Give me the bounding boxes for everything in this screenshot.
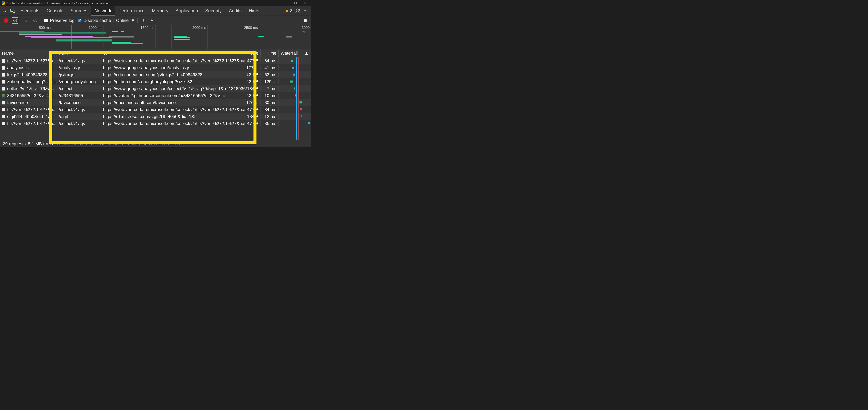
table-row[interactable]: collect?v=1&_v=j79&a.../collecthttps://w…: [0, 85, 311, 92]
table-row[interactable]: 34316555?s=32&v=4/u/34316555https://avat…: [0, 92, 311, 99]
main-tab-bar: ElementsConsoleSourcesNetworkPerformance…: [0, 6, 311, 16]
window-title: DevTools - docs.microsoft.com/en-us/micr…: [6, 1, 110, 5]
throttling-value: Online: [116, 18, 129, 23]
document-file-icon: [2, 101, 5, 105]
tab-hints[interactable]: Hints: [245, 6, 262, 16]
cell-url: https://c1.microsoft.com/c.gif?DI=4050&d…: [101, 114, 247, 119]
tab-network[interactable]: Network: [91, 6, 115, 16]
minimize-button[interactable]: [282, 0, 291, 6]
document-file-icon: [2, 108, 5, 111]
cell-waterfall: [279, 85, 311, 92]
tab-audits[interactable]: Audits: [225, 6, 245, 16]
document-file-icon: [2, 80, 5, 84]
status-finish: Finish: 2.50 s: [71, 141, 98, 146]
tab-elements[interactable]: Elements: [17, 6, 43, 16]
cell-path: /c.gif: [57, 114, 101, 119]
status-bar: 29 requests 5.1 MB trans 6.2 MB Finish: …: [0, 140, 311, 147]
timeline-tick-line: [103, 25, 104, 49]
table-row[interactable]: t.js?ver=%272.1%27&n.../collect/v1/t.jsh…: [0, 106, 311, 113]
device-toolbar-icon[interactable]: [9, 6, 17, 16]
document-file-icon: [2, 73, 5, 77]
throttling-select[interactable]: Online ▼: [116, 18, 135, 23]
warnings-badge[interactable]: 3: [285, 8, 292, 13]
document-file-icon: [2, 59, 5, 63]
cell-path: /js/lux.js: [57, 72, 101, 77]
network-toolbar: Preserve log Disable cache Online ▼: [0, 16, 311, 25]
close-button[interactable]: [300, 0, 309, 6]
tab-application[interactable]: Application: [172, 6, 202, 16]
tab-memory[interactable]: Memory: [148, 6, 172, 16]
record-button[interactable]: [2, 17, 9, 24]
waterfall-bar: [291, 60, 293, 62]
table-row[interactable]: t.js?ver=%272.1%27&n.../collect/v1/t.jsh…: [0, 57, 311, 64]
table-row[interactable]: lux.js?id=409849828/js/lux.jshttps://cdn…: [0, 71, 311, 78]
preserve-log-checkbox[interactable]: Preserve log: [43, 18, 75, 23]
document-file-icon: [2, 66, 5, 69]
table-row[interactable]: zoherghadyali.png?size=.../zoherghadyali…: [0, 78, 311, 85]
tab-performance[interactable]: Performance: [115, 6, 148, 16]
cell-url: https://web.vortex.data.microsoft.com/co…: [101, 58, 247, 63]
search-icon[interactable]: [32, 17, 38, 24]
col-header-time[interactable]: Time: [261, 50, 279, 57]
table-row[interactable]: analytics.js/analytics.jshttps://www.goo…: [0, 64, 311, 71]
image-file-icon: [2, 94, 5, 97]
cell-time: 41 ms: [261, 65, 279, 70]
tab-security[interactable]: Security: [202, 6, 225, 16]
waterfall-bar: [292, 66, 294, 68]
table-row[interactable]: c.gif?DI=4050&did=1&t=/c.gifhttps://c1.m…: [0, 113, 311, 120]
cell-path: /collect/v1/t.js: [57, 58, 101, 63]
cell-size: 176 ...: [247, 100, 261, 105]
cell-size: 2.3 KB: [247, 93, 261, 98]
table-row[interactable]: t.js?ver=%272.1%27&n.../collect/v1/t.jsh…: [0, 120, 311, 127]
svg-point-11: [34, 19, 36, 21]
cell-name: t.js?ver=%272.1%27&n...: [0, 121, 57, 126]
timeline-tick-label: 1000 ms: [89, 26, 103, 30]
title-bar: DevTools - docs.microsoft.com/en-us/micr…: [0, 0, 311, 6]
cell-path: /collect: [57, 86, 101, 91]
preserve-log-label: Preserve log: [50, 18, 75, 23]
status-load: Load: 1.60 s: [159, 141, 183, 146]
svg-rect-5: [287, 11, 287, 12]
timeline-overview[interactable]: 500 ms1000 ms1500 ms2000 ms2500 ms3000 m…: [0, 25, 311, 49]
request-table: Name Path Url Size Time Waterfall▲ t.js?…: [0, 49, 311, 140]
more-icon[interactable]: [303, 8, 308, 13]
document-file-icon: [2, 87, 5, 90]
download-har-icon[interactable]: [149, 17, 155, 24]
cell-name: collect?v=1&_v=j79&a...: [0, 86, 57, 91]
col-header-waterfall[interactable]: Waterfall▲: [279, 50, 311, 57]
cell-size: 2.3 KB: [247, 79, 261, 84]
cell-name: favicon.ico: [0, 100, 57, 105]
col-header-name[interactable]: Name: [0, 50, 57, 57]
tab-console[interactable]: Console: [43, 6, 67, 16]
cell-waterfall: [279, 64, 311, 71]
maximize-button[interactable]: [291, 0, 300, 6]
cell-name: 34316555?s=32&v=4: [0, 93, 57, 98]
profile-icon[interactable]: [295, 8, 301, 13]
cell-time: 34 ms: [261, 107, 279, 112]
tab-sources[interactable]: Sources: [67, 6, 91, 16]
waterfall-bar: [290, 81, 293, 83]
col-header-path[interactable]: Path: [57, 50, 101, 57]
disable-cache-checkbox[interactable]: Disable cache: [77, 18, 111, 23]
inspect-element-icon[interactable]: [1, 6, 9, 16]
cell-size: 177 ...: [247, 65, 261, 70]
document-file-icon: [2, 122, 5, 125]
col-header-size[interactable]: Size: [247, 50, 261, 57]
cell-time: 35 ms: [261, 121, 279, 126]
cell-size: 134 B: [247, 86, 261, 91]
upload-har-icon[interactable]: [140, 17, 146, 24]
cell-url: https://web.vortex.data.microsoft.com/co…: [101, 107, 247, 112]
clear-button[interactable]: [12, 17, 18, 24]
cell-waterfall: [279, 99, 311, 106]
cell-time: 80 ms: [261, 100, 279, 105]
table-row[interactable]: favicon.ico/favicon.icohttps://docs.micr…: [0, 99, 311, 106]
filter-icon[interactable]: [23, 17, 30, 24]
svg-rect-12: [142, 22, 145, 22]
disable-cache-label: Disable cache: [84, 18, 111, 23]
cell-time: 10 ms: [261, 93, 279, 98]
cell-size: 477 B: [247, 121, 261, 126]
svg-rect-3: [13, 10, 15, 12]
settings-gear-icon[interactable]: [302, 17, 308, 24]
cell-time: 129 ...: [261, 79, 279, 84]
col-header-url[interactable]: Url: [101, 50, 247, 57]
